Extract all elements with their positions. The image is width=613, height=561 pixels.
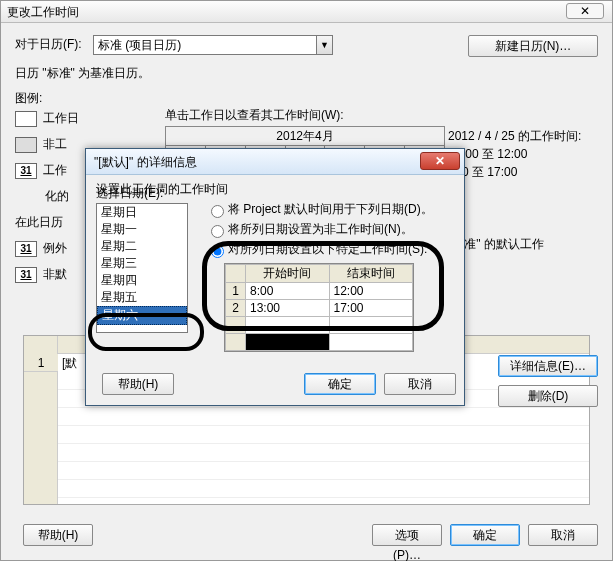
close-icon[interactable]: ✕ bbox=[566, 3, 604, 19]
modal-titlebar: "[默认]" 的详细信息 ✕ bbox=[86, 149, 464, 175]
calendar-month: 2012年4月 bbox=[165, 126, 445, 146]
delete-button[interactable]: 删除(D) bbox=[498, 385, 598, 407]
table-row: 2 13:00 17:00 bbox=[226, 300, 413, 317]
options-button[interactable]: 选项(P)… bbox=[372, 524, 442, 546]
legend-nonwork: 非工 bbox=[43, 137, 67, 151]
end-cell[interactable]: 17:00 bbox=[329, 300, 413, 317]
radio-group: 将 Project 默认时间用于下列日期(D)。 将所列日期设置为非工作时间(N… bbox=[206, 199, 454, 259]
legend-edited: 工作 bbox=[43, 163, 67, 177]
radio-specific[interactable]: 对所列日期设置以下特定工作时间(S): bbox=[206, 239, 454, 259]
day-tue[interactable]: 星期二 bbox=[97, 238, 187, 255]
day-thu[interactable]: 星期四 bbox=[97, 272, 187, 289]
side-info: 2012 / 4 / 25 的工作时间: - 8:00 至 12:00 - 00… bbox=[448, 127, 598, 253]
side-time-1: - 8:00 至 12:00 bbox=[448, 145, 598, 163]
modal-body: 设置此工作周的工作时间 选择日期(E): 星期日 星期一 星期二 星期三 星期四… bbox=[96, 181, 454, 367]
chevron-down-icon[interactable]: ▼ bbox=[316, 36, 332, 54]
legend-work: 工作日 bbox=[43, 111, 79, 125]
side-heading: 2012 / 4 / 25 的工作时间: bbox=[448, 127, 598, 145]
side-note: "标准" 的默认工作 bbox=[448, 235, 598, 253]
th-end: 结束时间 bbox=[329, 265, 413, 283]
select-days-label: 选择日期(E): bbox=[96, 185, 163, 202]
close-icon[interactable]: ✕ bbox=[420, 152, 460, 170]
cancel-button[interactable]: 取消 bbox=[528, 524, 598, 546]
radio-nonworking[interactable]: 将所列日期设置为非工作时间(N)。 bbox=[206, 219, 454, 239]
help-button[interactable]: 帮助(H) bbox=[102, 373, 174, 395]
right-buttons: 详细信息(E)… 删除(D) bbox=[498, 355, 598, 415]
details-button[interactable]: 详细信息(E)… bbox=[498, 355, 598, 377]
modal-footer: 帮助(H) 取消 确定 bbox=[94, 373, 456, 397]
legend-nondefault: 非默 bbox=[43, 267, 67, 281]
radio-default[interactable]: 将 Project 默认时间用于下列日期(D)。 bbox=[206, 199, 454, 219]
day-fri[interactable]: 星期五 bbox=[97, 289, 187, 306]
row-no-1: 1 bbox=[24, 354, 58, 372]
page-title: 更改工作时间 bbox=[7, 5, 79, 19]
legend-heading: 图例: bbox=[15, 90, 598, 107]
start-cell[interactable]: 8:00 bbox=[246, 283, 330, 300]
day-listbox[interactable]: 星期日 星期一 星期二 星期三 星期四 星期五 星期六 bbox=[96, 203, 188, 333]
table-row bbox=[226, 334, 413, 351]
base-calendar-info: 日历 "标准" 为基准日历。 bbox=[15, 66, 150, 80]
modal-title: "[默认]" 的详细信息 bbox=[94, 155, 197, 169]
calendar-day-icon: 31 bbox=[15, 267, 37, 283]
legend-exception: 例外 bbox=[43, 241, 67, 255]
new-calendar-button[interactable]: 新建日历(N)… bbox=[468, 35, 598, 57]
table-row: 1 8:00 12:00 bbox=[226, 283, 413, 300]
calendar-day-icon: 31 bbox=[15, 241, 37, 257]
calendar-prompt: 单击工作日以查看其工作时间(W): bbox=[165, 107, 445, 124]
legend-edited2: 化的 bbox=[45, 189, 69, 203]
page-titlebar: 更改工作时间 ✕ bbox=[1, 1, 612, 23]
day-wed[interactable]: 星期三 bbox=[97, 255, 187, 272]
side-time-2: - 00 至 17:00 bbox=[448, 163, 598, 181]
calendar-day-icon: 31 bbox=[15, 163, 37, 179]
start-cell[interactable]: 13:00 bbox=[246, 300, 330, 317]
th-start: 开始时间 bbox=[246, 265, 330, 283]
calendar-select-value: 标准 (项目日历) bbox=[98, 38, 181, 52]
cancel-button[interactable]: 取消 bbox=[384, 373, 456, 395]
day-mon[interactable]: 星期一 bbox=[97, 221, 187, 238]
table-row bbox=[226, 317, 413, 334]
legend-onthis: 在此日历 bbox=[15, 215, 63, 229]
help-button[interactable]: 帮助(H) bbox=[23, 524, 93, 546]
end-cell[interactable]: 12:00 bbox=[329, 283, 413, 300]
ok-button[interactable]: 确定 bbox=[304, 373, 376, 395]
bottom-bar: 帮助(H) 取消 确定 选项(P)… bbox=[15, 524, 598, 550]
day-sat[interactable]: 星期六 bbox=[97, 306, 187, 325]
ok-button[interactable]: 确定 bbox=[450, 524, 520, 546]
calendar-select[interactable]: 标准 (项目日历) ▼ bbox=[93, 35, 333, 55]
time-table[interactable]: 开始时间 结束时间 1 8:00 12:00 2 13:00 17:00 bbox=[224, 263, 414, 352]
active-cell[interactable] bbox=[246, 334, 330, 351]
calendar-label: 对于日历(F): bbox=[15, 37, 82, 51]
details-modal: "[默认]" 的详细信息 ✕ 设置此工作周的工作时间 选择日期(E): 星期日 … bbox=[85, 148, 465, 406]
day-sun[interactable]: 星期日 bbox=[97, 204, 187, 221]
